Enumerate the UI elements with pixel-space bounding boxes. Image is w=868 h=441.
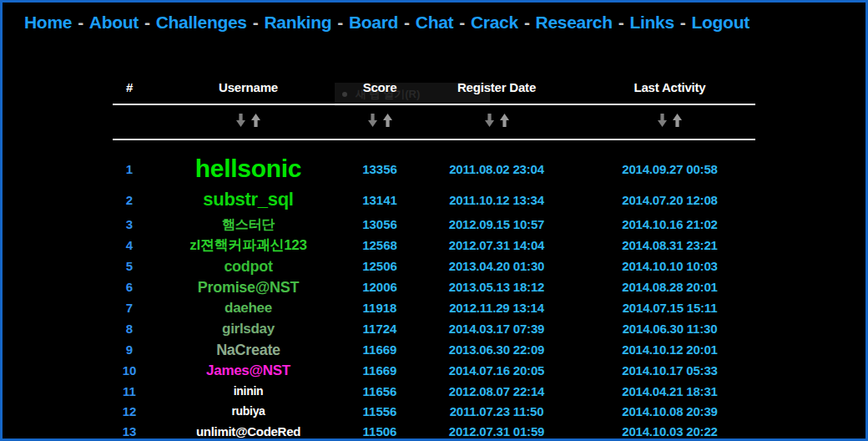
sort-arrows-score[interactable] (368, 114, 392, 127)
score-cell: 13141 (351, 194, 409, 206)
table-row: 10James@NST116692014.07.16 20:052014.10.… (113, 360, 755, 381)
username-cell: 햄스터단 (146, 218, 351, 231)
sort-desc-icon[interactable] (485, 114, 494, 127)
register-date-cell: 2014.03.17 07:39 (409, 322, 584, 335)
username-cell: daehee (146, 301, 351, 315)
last-activity-cell: 2014.10.10 10:03 (584, 260, 755, 272)
sort-asc-icon[interactable] (383, 114, 392, 127)
sort-controls-row (113, 105, 755, 139)
nav-separator: - (253, 13, 259, 32)
nav-separator: - (404, 13, 410, 32)
score-cell: 12006 (351, 281, 409, 293)
nav-separator: - (337, 13, 343, 32)
last-activity-cell: 2014.04.21 18:31 (584, 385, 755, 398)
nav-link-crack[interactable]: Crack (471, 13, 518, 32)
sort-asc-icon[interactable] (673, 114, 682, 127)
register-date-cell: 2012.07.31 14:04 (409, 239, 584, 251)
last-activity-cell: 2014.10.12 20:01 (584, 343, 755, 356)
rank-cell: 6 (113, 281, 146, 293)
register-date-cell: 2011.10.12 13:34 (409, 194, 584, 206)
table-row: 9NaCreate116692013.06.30 22:092014.10.12… (113, 339, 755, 360)
nav-link-links[interactable]: Links (629, 13, 674, 32)
username-cell: hellsonic (146, 156, 351, 181)
nav-link-home[interactable]: Home (24, 13, 72, 32)
score-cell: 13356 (351, 163, 409, 175)
username-cell: substr_sql (146, 190, 351, 209)
column-header-register-date: Register Date (409, 80, 584, 95)
ranking-page: { "nav": { "separator": "-", "items": ["… (0, 0, 868, 441)
rank-cell: 2 (113, 194, 146, 206)
nav-link-ranking[interactable]: Ranking (264, 13, 331, 32)
sort-desc-icon[interactable] (658, 114, 667, 127)
nav-link-board[interactable]: Board (349, 13, 398, 32)
username-cell: rubiya (146, 405, 351, 417)
register-date-cell: 2012.09.15 10:57 (409, 218, 584, 231)
register-date-cell: 2014.07.16 20:05 (409, 364, 584, 377)
score-cell: 11669 (351, 364, 409, 377)
rank-cell: 9 (113, 343, 146, 356)
table-row: 3햄스터단130562012.09.15 10:572014.10.16 21:… (113, 214, 755, 235)
sort-arrows-last-activity[interactable] (658, 114, 682, 127)
score-cell: 12568 (351, 239, 409, 251)
table-header-row: # Username Score Register Date Last Acti… (113, 80, 755, 95)
sort-arrows-username[interactable] (236, 114, 260, 127)
username-cell: ininin (146, 385, 351, 397)
register-date-cell: 2013.06.30 22:09 (409, 343, 584, 356)
nav-separator: - (78, 13, 83, 32)
rank-cell: 3 (113, 218, 146, 231)
nav-link-chat[interactable]: Chat (416, 13, 453, 32)
sort-asc-icon[interactable] (500, 114, 509, 127)
nav-link-research[interactable]: Research (536, 13, 613, 32)
register-date-cell: 2011.07.23 11:50 (409, 405, 584, 418)
table-row: 2substr_sql131412011.10.12 13:342014.07.… (113, 185, 755, 214)
last-activity-cell: 2014.06.30 11:30 (584, 322, 755, 335)
nav-separator: - (524, 13, 530, 32)
sort-desc-icon[interactable] (236, 114, 245, 127)
register-date-cell: 2011.08.02 23:04 (409, 163, 584, 175)
sort-arrows-register-date[interactable] (485, 114, 509, 127)
last-activity-cell: 2014.07.15 15:11 (584, 302, 755, 314)
last-activity-cell: 2014.07.20 12:08 (584, 194, 755, 206)
score-cell: 13056 (351, 218, 409, 231)
register-date-cell: 2012.08.07 22:14 (409, 385, 584, 398)
rank-cell: 11 (113, 385, 146, 398)
table-row: 5codpot125062013.04.20 01:302014.10.10 1… (113, 256, 755, 276)
score-cell: 11656 (351, 385, 409, 398)
rank-cell: 5 (113, 260, 146, 272)
ranking-rows: 1hellsonic133562011.08.02 23:042014.09.2… (113, 152, 755, 441)
rank-cell: 13 (113, 425, 146, 438)
rank-cell: 10 (113, 364, 146, 377)
username-cell: Promise@NST (146, 280, 351, 295)
score-cell: 11556 (351, 405, 409, 418)
column-header-username: Username (146, 80, 351, 95)
header-divider-bottom (113, 139, 755, 140)
nav-separator: - (618, 13, 624, 32)
nav-link-challenges[interactable]: Challenges (156, 13, 247, 32)
table-row: 6Promise@NST120062013.05.13 18:122014.08… (113, 276, 755, 297)
table-row: 13unlimit@CodeRed115062012.07.31 01:5920… (113, 421, 755, 441)
table-row: 4zl젼핵커파괘신123125682012.07.31 14:042014.08… (113, 235, 755, 256)
last-activity-cell: 2014.10.03 20:22 (584, 425, 755, 438)
score-cell: 11724 (351, 322, 409, 335)
username-cell: zl젼핵커파괘신123 (146, 238, 351, 252)
table-row: 8girlsday117242014.03.17 07:392014.06.30… (113, 318, 755, 339)
sort-asc-icon[interactable] (251, 114, 260, 127)
rank-cell: 1 (113, 163, 146, 175)
username-cell: unlimit@CodeRed (146, 425, 351, 438)
table-row: 7daehee119182012.11.29 13:142014.07.15 1… (113, 297, 755, 318)
column-header-last-activity: Last Activity (584, 80, 755, 95)
nav-link-logout[interactable]: Logout (692, 13, 749, 32)
nav-separator: - (680, 13, 686, 32)
score-cell: 11669 (351, 343, 409, 356)
table-row: 11ininin116562012.08.07 22:142014.04.21 … (113, 381, 755, 401)
register-date-cell: 2012.11.29 13:14 (409, 302, 584, 314)
main-nav: Home-About-Challenges-Ranking-Board-Chat… (3, 3, 865, 33)
nav-link-about[interactable]: About (89, 13, 139, 32)
username-cell: codpot (146, 259, 351, 274)
sort-desc-icon[interactable] (368, 114, 377, 127)
rank-cell: 4 (113, 239, 146, 251)
rank-cell: 7 (113, 302, 146, 314)
username-cell: NaCreate (146, 342, 351, 357)
score-cell: 12506 (351, 260, 409, 272)
table-row: 12rubiya115562011.07.23 11:502014.10.08 … (113, 401, 755, 421)
